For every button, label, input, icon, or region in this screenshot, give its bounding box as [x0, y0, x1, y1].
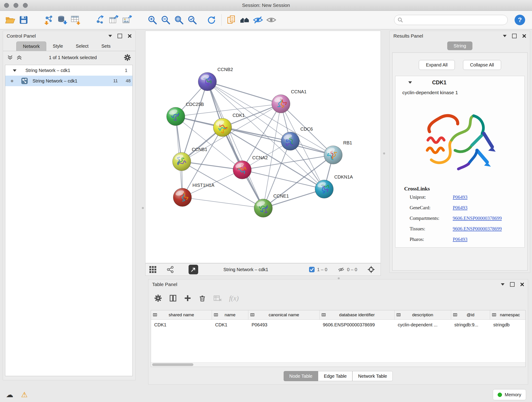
open-in-browser-button[interactable] [189, 265, 198, 274]
panel-float-icon[interactable] [512, 34, 517, 38]
close-window-button[interactable] [4, 3, 9, 8]
network-edge-CCNB2-RB1[interactable] [207, 82, 333, 155]
warning-icon[interactable]: ⚠ [21, 390, 28, 399]
zoom-in-button[interactable] [146, 13, 159, 27]
crosslink-genecard-link[interactable]: P06493 [453, 205, 467, 211]
zoom-out-button[interactable] [159, 13, 172, 27]
hide-selected-button[interactable] [251, 13, 265, 27]
network-node-ccne1[interactable] [254, 199, 272, 217]
tree-expander-icon[interactable] [13, 69, 17, 72]
table-horizontal-scrollbar[interactable] [151, 362, 525, 367]
column-header-name[interactable]: name [212, 310, 248, 319]
minimize-window-button[interactable] [13, 3, 18, 8]
cell-namespace[interactable]: stringdb [490, 320, 526, 330]
panel-close-icon[interactable] [128, 34, 132, 38]
horizontal-splitter[interactable] [338, 277, 340, 279]
collapse-all-icon[interactable] [7, 55, 13, 60]
network-node-ccna1[interactable] [272, 95, 290, 113]
show-all-button[interactable] [265, 13, 278, 27]
network-node-cdc25b[interactable] [167, 107, 185, 126]
network-edge-CDK1-RB1[interactable] [222, 128, 333, 155]
gear-icon[interactable] [123, 54, 131, 61]
panel-float-icon[interactable] [118, 34, 122, 38]
zoom-selected-button[interactable] [186, 13, 199, 27]
crosslink-tissues-link[interactable]: 9606.ENSP00000378699 [453, 226, 502, 232]
table-settings-gear-icon[interactable] [154, 294, 162, 302]
network-node-cdkn1a[interactable] [315, 180, 333, 198]
column-header-canonical-name[interactable]: canonical name [248, 310, 320, 319]
tab-node-table[interactable]: Node Table [284, 371, 318, 381]
network-row[interactable]: String Network – cdk1 11 48 [5, 76, 133, 86]
clone-network-button[interactable] [225, 13, 238, 27]
column-header-id[interactable]: @id [451, 310, 490, 319]
table-row[interactable]: CDK1 CDK1 P06493 9606.ENSP00000378699 cy… [151, 320, 525, 330]
network-edge-CDKN1A-CCNE1[interactable] [263, 189, 324, 208]
network-node-ccna2[interactable] [233, 161, 251, 179]
search-input[interactable] [405, 17, 504, 23]
column-header-namespace[interactable]: namespac [490, 310, 526, 319]
help-button[interactable]: ? [515, 15, 525, 25]
tab-string-results[interactable]: String [447, 41, 473, 50]
share-network-icon[interactable] [167, 266, 174, 273]
vertical-splitter-left[interactable] [142, 207, 144, 209]
column-header-description[interactable]: description [394, 310, 451, 319]
column-header-shared-name[interactable]: shared name [151, 310, 212, 319]
refresh-view-button[interactable] [205, 13, 218, 27]
panel-float-icon[interactable] [510, 282, 515, 287]
crosslink-compartments-link[interactable]: 9606.ENSP00000378699 [453, 216, 502, 221]
cell-id[interactable]: stringdb:9... [451, 320, 490, 330]
zoom-window-button[interactable] [23, 3, 28, 8]
network-node-ccnb1[interactable] [172, 153, 191, 171]
selected-checkbox-icon[interactable] [309, 267, 315, 273]
network-view-canvas[interactable]: CCNB2CCNA1CDC25BCDK1CDC6RB1CCNB1CCNA2CDK… [145, 31, 381, 263]
entry-collapse-icon[interactable] [408, 81, 412, 84]
crosslink-pharos-link[interactable]: P06493 [453, 236, 467, 242]
search-field[interactable] [394, 15, 508, 25]
memory-button[interactable]: Memory [493, 389, 526, 400]
panel-menu-icon[interactable] [503, 35, 507, 37]
birds-eye-grid-icon[interactable] [149, 265, 157, 274]
network-node-hist1h1a[interactable] [173, 188, 191, 206]
create-column-plus-icon[interactable] [184, 294, 191, 302]
export-image-button[interactable] [120, 13, 134, 27]
fit-selected-crosshair-icon[interactable] [367, 266, 375, 274]
cell-database-identifier[interactable]: 9606.ENSP00000378699 [320, 320, 394, 330]
hidden-eye-slash-icon[interactable] [337, 267, 345, 273]
scrollbar-thumb[interactable] [152, 363, 193, 366]
collapse-all-button[interactable]: Collapse All [463, 60, 501, 70]
export-network-button[interactable] [94, 13, 107, 27]
graphics-details-button[interactable] [238, 13, 251, 27]
panel-menu-icon[interactable] [501, 283, 505, 286]
network-graph[interactable]: CCNB2CCNA1CDC25BCDK1CDC6RB1CCNB1CCNA2CDK… [146, 31, 380, 263]
network-collection-row[interactable]: String Network – cdk1 1 [5, 65, 133, 76]
cell-description[interactable]: cyclin-dependent ... [394, 320, 451, 330]
expand-all-button[interactable]: Expand All [419, 60, 455, 70]
network-node-rb1[interactable] [324, 146, 342, 164]
tab-network[interactable]: Network [16, 41, 46, 51]
crosslink-uniprot-link[interactable]: P06493 [453, 194, 467, 200]
vertical-splitter-right[interactable] [383, 153, 385, 154]
tab-network-table[interactable]: Network Table [352, 371, 393, 381]
network-edge-CCNA2-CDKN1A[interactable] [242, 170, 324, 189]
cloud-icon[interactable]: ☁ [6, 390, 13, 399]
network-edge-CCNB2-CCNA1[interactable] [207, 82, 281, 104]
tab-select[interactable]: Select [70, 41, 95, 51]
tab-sets[interactable]: Sets [95, 41, 117, 51]
panel-menu-icon[interactable] [108, 35, 112, 37]
export-table-button[interactable] [107, 13, 120, 27]
delete-column-trash-icon[interactable] [198, 294, 206, 302]
cell-name[interactable]: CDK1 [212, 320, 248, 330]
network-node-ccnb2[interactable] [198, 72, 216, 91]
import-table-button[interactable] [69, 13, 82, 27]
network-node-cdk1[interactable] [213, 118, 232, 137]
save-session-button[interactable] [17, 13, 30, 27]
tab-edge-table[interactable]: Edge Table [318, 371, 352, 381]
panel-close-icon[interactable] [522, 34, 526, 38]
tab-style[interactable]: Style [46, 41, 69, 51]
column-header-database-identifier[interactable]: database identifier [320, 310, 394, 319]
expand-all-icon[interactable] [16, 55, 22, 60]
panel-close-icon[interactable] [520, 282, 524, 287]
open-session-button[interactable] [4, 13, 17, 27]
network-edge-CCNB2-CCNE1[interactable] [207, 82, 263, 208]
cell-canonical-name[interactable]: P06493 [248, 320, 320, 330]
